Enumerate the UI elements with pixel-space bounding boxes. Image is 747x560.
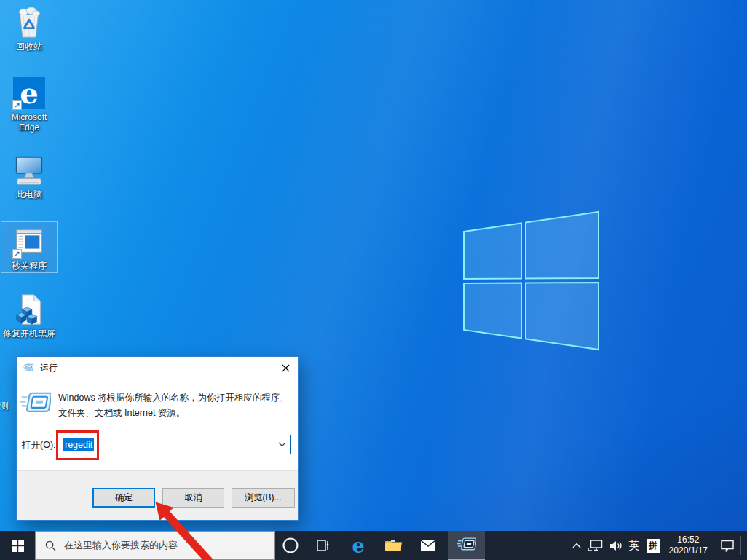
taskbar-search-input[interactable]: 在这里输入你要搜索的内容 [35,531,275,560]
close-icon[interactable] [273,357,298,379]
run-dialog-titlebar[interactable]: 运行 [17,357,298,379]
run-icon [20,391,51,416]
desktop-icon-this-pc[interactable]: 此电脑 [1,151,57,201]
search-icon [45,540,56,551]
desktop-icon-fix-black-screen[interactable]: 修复开机黑屏 [1,290,57,340]
shortcut-arrow-icon: ↗ [12,100,22,110]
file-explorer-button[interactable] [376,531,411,560]
desktop-icon-recycle-bin[interactable]: 回收站 [1,3,57,53]
taskbar: 在这里输入你要搜索的内容 e [0,531,747,560]
action-center-icon[interactable] [720,540,735,552]
red-highlight-box [56,430,99,460]
desktop-icon-label: 此电脑 [1,189,57,200]
run-dialog-title: 运行 [40,362,58,374]
desktop-icon-label: 秒关程序 [1,261,57,271]
mail-button[interactable] [411,531,446,560]
edge-icon: e [352,536,364,556]
taskbar-run-app-button[interactable] [448,531,485,560]
desktop-icon-microsoft-edge[interactable]: e ↗ Microsoft Edge [1,74,57,134]
desktop-icon-partial-label[interactable]: 测 [0,400,12,412]
microsoft-edge-icon: e ↗ [12,76,47,111]
chevron-down-icon[interactable] [278,442,286,447]
ok-button[interactable]: 确定 [92,488,155,508]
shortcut-arrow-icon: ↗ [12,249,22,259]
description-line-2: 文件夹、文档或 Internet 资源。 [58,406,293,421]
desktop-icon-label: 回收站 [1,42,57,52]
hidden-icons-chevron-icon[interactable] [572,543,581,548]
fix-black-screen-icon [12,292,47,327]
cortana-icon [282,537,299,554]
open-label: 打开(O): [22,439,56,451]
run-app-icon [457,537,476,553]
taskbar-edge-button[interactable]: e [341,531,376,560]
tray-date: 2020/1/17 [669,545,708,556]
browse-button[interactable]: 浏览(B)... [232,488,295,508]
this-pc-icon [12,153,47,188]
search-placeholder: 在这里输入你要搜索的内容 [64,539,178,552]
run-dialog-description: Windows 将根据你所输入的名称，为你打开相应的程序、 文件夹、文档或 In… [58,390,293,421]
desktop-icon-label: Microsoft Edge [1,112,57,133]
task-view-button[interactable] [306,531,341,560]
ime-mode-indicator[interactable]: 拼 [647,539,660,553]
quick-close-program-icon: ↗ [12,224,47,259]
volume-icon[interactable] [609,540,622,551]
cortana-button[interactable] [275,531,306,560]
ime-language-indicator[interactable]: 英 [629,539,640,553]
cancel-button[interactable]: 取消 [162,488,224,508]
network-icon[interactable] [588,540,603,551]
show-desktop-divider[interactable] [740,536,741,555]
windows-start-icon [12,540,24,552]
run-dialog-icon [23,362,35,374]
desktop-icon-quick-close-program[interactable]: ↗ 秒关程序 [1,222,57,272]
start-button[interactable] [0,531,35,560]
recycle-bin-icon [12,5,47,40]
taskbar-clock[interactable]: 16:52 2020/1/17 [669,535,708,556]
tray-time: 16:52 [669,535,708,545]
file-explorer-icon [384,539,402,553]
description-line-1: Windows 将根据你所输入的名称，为你打开相应的程序、 [58,390,293,406]
system-tray: 英 拼 16:52 2020/1/17 [566,531,747,560]
task-view-icon [316,539,331,552]
desktop-icon-label: 修复开机黑屏 [1,328,57,339]
mail-icon [420,540,436,551]
